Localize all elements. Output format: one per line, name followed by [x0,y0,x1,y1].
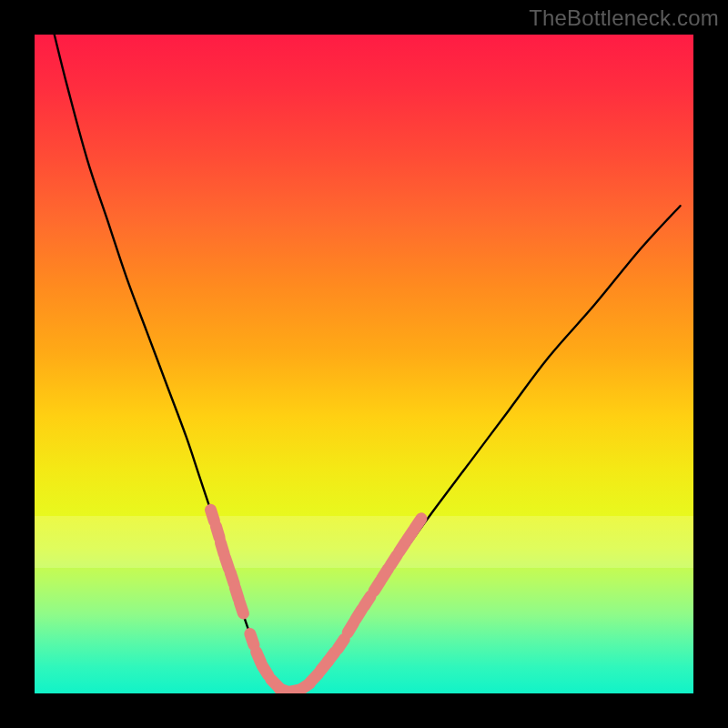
highlight-dot [210,510,214,521]
chart-container: TheBottleneck.com [0,0,728,728]
watermark-text: TheBottleneck.com [529,5,719,31]
highlight-dot [328,652,335,662]
chart-svg [35,35,693,693]
highlight-dot [239,602,243,613]
highlight-dot [225,557,228,568]
highlight-dot [250,633,254,644]
highlight-dot [262,665,268,675]
highlight-dot [415,519,421,529]
plot-area [35,35,693,693]
highlight-dots [210,510,420,693]
highlight-dot [364,596,370,606]
highlight-dot [216,526,219,537]
highlight-dot [338,639,344,649]
